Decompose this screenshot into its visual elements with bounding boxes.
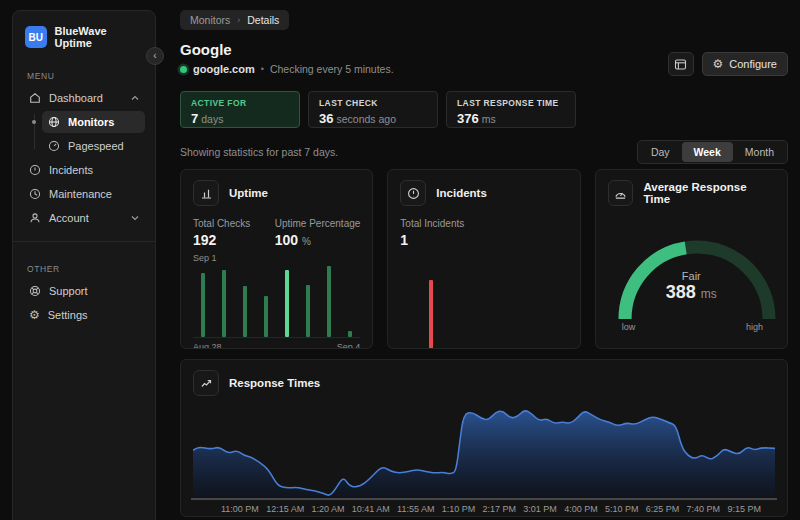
sidebar-item-label: Settings	[48, 309, 88, 321]
incidents-card-header: Incidents	[400, 180, 567, 206]
range-option-month[interactable]: Month	[733, 142, 786, 162]
stat-unit: seconds ago	[336, 113, 396, 125]
stat-last-response-time: LAST RESPONSE TIME 376ms	[446, 91, 576, 128]
browser-window-icon	[674, 58, 687, 71]
sidebar-collapse-button[interactable]: ‹	[146, 47, 164, 65]
sidebar-item-dashboard[interactable]: Dashboard	[23, 87, 145, 109]
sidebar-panel: BU BlueWave Uptime MENU Dashboard Monito…	[12, 10, 156, 520]
gear-icon: ⚙	[29, 309, 40, 321]
response-gauge: Fair 388 ms low high	[608, 230, 775, 334]
chevron-down-icon	[131, 214, 139, 222]
alert-circle-icon	[29, 164, 41, 176]
sidebar-divider	[13, 241, 155, 242]
sidebar-item-account[interactable]: Account	[23, 207, 145, 229]
monitor-url: google.com	[193, 63, 255, 75]
uptime-bar	[348, 331, 352, 337]
x-axis-label: 1:10 PM	[442, 504, 476, 514]
x-axis-label: 9:15 PM	[727, 504, 761, 514]
stat-last-check: LAST CHECK 36seconds ago	[308, 91, 438, 128]
range-option-week[interactable]: Week	[682, 142, 733, 162]
breadcrumb: Monitors › Details	[180, 10, 289, 30]
incidents-card: Incidents Total Incidents 1 Aug 28 Sep 4	[387, 169, 580, 349]
stat-value: 36	[319, 111, 333, 126]
sidebar-item-label: Dashboard	[49, 92, 103, 104]
x-axis-label: 2:17 PM	[483, 504, 517, 514]
life-ring-icon	[29, 285, 41, 297]
globe-icon	[48, 116, 60, 128]
stats-row: ACTIVE FOR 7days LAST CHECK 36seconds ag…	[180, 91, 788, 128]
stat-unit: ms	[482, 113, 496, 125]
sidebar-item-settings[interactable]: ⚙ Settings	[23, 304, 145, 326]
uptime-card-header: Uptime	[193, 180, 360, 206]
uptime-bar	[222, 270, 226, 337]
avg-response-card-header: Average Response Time	[608, 180, 775, 206]
avg-response-card: Average Response Time Fair 388 ms low hi…	[595, 169, 788, 349]
user-icon	[29, 212, 41, 224]
stat-label: LAST CHECK	[319, 98, 427, 108]
menu-section-label: MENU	[27, 71, 145, 81]
app-window: BU BlueWave Uptime MENU Dashboard Monito…	[0, 0, 800, 520]
stat-active-for: ACTIVE FOR 7days	[180, 91, 300, 128]
gauge-icon	[608, 180, 634, 206]
sidebar-item-label: Monitors	[68, 116, 114, 128]
x-axis-end-label: Sep 4	[337, 342, 361, 349]
response-times-card: Response Times 11:00 PM12:15 AM1:20 AM10…	[180, 359, 788, 517]
uptime-bar-chart	[193, 266, 360, 338]
x-axis-label: 6:25 PM	[646, 504, 680, 514]
stat-value: 7	[191, 111, 198, 126]
clock-icon	[29, 188, 41, 200]
active-item-dot	[32, 120, 36, 124]
sidebar-item-label: Support	[49, 285, 88, 297]
x-axis-label: 12:15 AM	[266, 504, 304, 514]
brand: BU BlueWave Uptime	[23, 25, 145, 49]
stat-label: LAST RESPONSE TIME	[457, 98, 565, 108]
speedometer-icon	[48, 140, 60, 152]
sidebar-item-label: Account	[49, 212, 89, 224]
avg-response-card-title: Average Response Time	[643, 181, 775, 205]
range-option-day[interactable]: Day	[639, 142, 682, 162]
breadcrumb-details[interactable]: Details	[247, 14, 279, 26]
sidebar-item-maintenance[interactable]: Maintenance	[23, 183, 145, 205]
gauge-status: Fair	[608, 270, 775, 282]
total-incidents-label: Total Incidents	[400, 218, 567, 229]
uptime-bar	[243, 286, 247, 337]
configure-label: Configure	[729, 58, 777, 70]
main-content: Monitors › Details Google google.com • C…	[168, 0, 800, 520]
breadcrumb-monitors[interactable]: Monitors	[190, 14, 230, 26]
x-axis-label: 3:01 PM	[523, 504, 557, 514]
checking-interval-text: Checking every 5 minutes.	[270, 63, 394, 75]
sidebar-item-incidents[interactable]: Incidents	[23, 159, 145, 181]
brand-name: BlueWave Uptime	[55, 25, 145, 49]
total-checks-label: Total Checks	[193, 218, 250, 229]
alert-circle-icon	[400, 180, 426, 206]
uptime-percentage-value: 100 %	[275, 232, 361, 248]
incidents-bar-chart	[400, 280, 567, 349]
x-axis-label: 7:40 PM	[687, 504, 721, 514]
sidebar-item-support[interactable]: Support	[23, 280, 145, 302]
status-page-button[interactable]	[668, 52, 694, 76]
gauge-center-text: Fair 388 ms	[608, 270, 775, 303]
stat-unit: days	[201, 113, 223, 125]
sidebar-item-pagespeed[interactable]: Pagespeed	[42, 135, 145, 157]
uptime-card-title: Uptime	[229, 187, 268, 199]
sidebar: BU BlueWave Uptime MENU Dashboard Monito…	[0, 0, 168, 520]
response-x-axis-labels: 11:00 PM12:15 AM1:20 AM10:41 AM11:55 AM1…	[193, 500, 775, 514]
uptime-bar	[264, 296, 268, 337]
sidebar-item-label: Pagespeed	[68, 140, 124, 152]
uptime-card: Uptime Total Checks 192 Uptime Percentag…	[180, 169, 373, 349]
sidebar-item-monitors[interactable]: Monitors	[42, 111, 145, 133]
response-times-chart: 11:00 PM12:15 AM1:20 AM10:41 AM11:55 AM1…	[193, 402, 775, 514]
gauge-value-text: 388 ms	[608, 282, 775, 303]
configure-button[interactable]: ⚙ Configure	[702, 52, 788, 76]
dashboard-subtree: Monitors Pagespeed	[32, 111, 145, 157]
response-times-header: Response Times	[193, 370, 775, 396]
stat-value: 376	[457, 111, 479, 126]
subtitle-bullet: •	[261, 64, 264, 74]
breadcrumb-separator-icon: ›	[237, 15, 240, 25]
statistics-note-row: Showing statistics for past 7 days. Day …	[180, 140, 788, 164]
header-actions: ⚙ Configure	[668, 52, 788, 76]
uptime-axis-labels: Aug 28 Sep 4	[193, 342, 360, 349]
uptime-bar	[327, 266, 331, 337]
uptime-bar	[285, 270, 289, 337]
uptime-bar	[201, 273, 205, 337]
